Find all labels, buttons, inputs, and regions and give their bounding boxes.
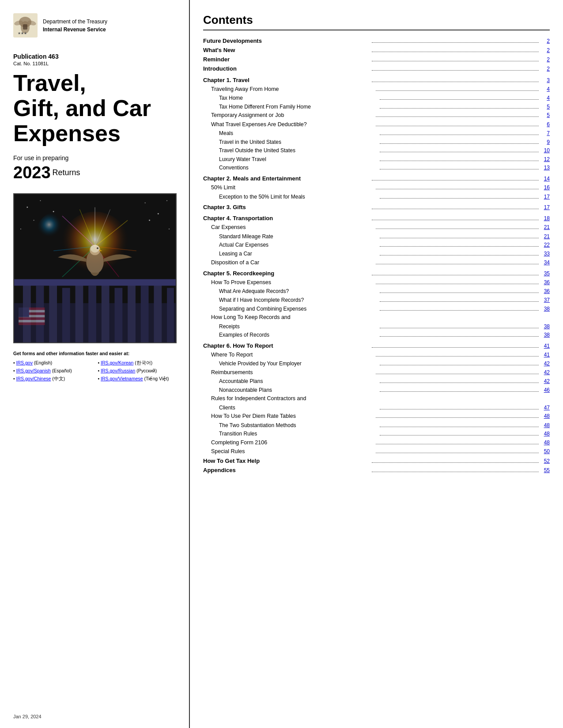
toc-page[interactable]: 7 [540, 129, 550, 138]
toc-page[interactable]: 21 [540, 223, 550, 232]
toc-entry[interactable]: Travel in the United States9 [203, 138, 550, 146]
toc-entry[interactable]: Temporary Assignment or Job5 [203, 111, 550, 120]
toc-entry[interactable]: Chapter 2. Meals and Entertainment14 [203, 173, 550, 183]
toc-entry[interactable]: Reminder2 [203, 55, 550, 64]
toc-page[interactable]: 42 [540, 360, 550, 368]
toc-page[interactable]: 5 [540, 111, 550, 120]
toc-page[interactable]: 41 [540, 351, 550, 359]
toc-page[interactable]: 55 [540, 466, 550, 475]
toc-page[interactable]: 21 [540, 233, 550, 241]
toc-page[interactable]: 36 [540, 287, 550, 296]
toc-page[interactable]: 42 [540, 377, 550, 386]
toc-entry[interactable]: Introduction2 [203, 64, 550, 73]
toc-page[interactable]: 5 [540, 103, 550, 111]
toc-entry[interactable]: Transition Rules48 [203, 430, 550, 438]
toc-entry[interactable]: The Two Substantiation Methods48 [203, 421, 550, 430]
toc-page[interactable]: 36 [540, 278, 550, 287]
toc-page[interactable]: 16 [540, 184, 550, 192]
toc-page[interactable]: 42 [540, 368, 550, 377]
toc-entry[interactable]: Luxury Water Travel12 [203, 155, 550, 164]
toc-entry[interactable]: Chapter 5. Recordkeeping35 [203, 267, 550, 278]
website-link-5[interactable]: • IRS.gov/Chinese (中文) [13, 375, 94, 383]
toc-entry[interactable]: How To Prove Expenses36 [203, 278, 550, 287]
toc-page[interactable]: 10 [540, 146, 550, 155]
toc-entry[interactable]: 50% Limit16 [203, 184, 550, 192]
toc-entry[interactable]: Future Developments2 [203, 37, 550, 45]
toc-entry[interactable]: Special Rules50 [203, 447, 550, 456]
toc-entry[interactable]: Exception to the 50% Limit for Meals17 [203, 193, 550, 201]
toc-entry[interactable]: Car Expenses21 [203, 223, 550, 232]
toc-page[interactable]: 12 [540, 155, 550, 164]
toc-entry[interactable]: Nonaccountable Plans46 [203, 386, 550, 394]
toc-page[interactable]: 2 [540, 37, 550, 45]
toc-entry[interactable]: Chapter 4. Transportation18 [203, 212, 550, 223]
toc-page[interactable]: 48 [540, 430, 550, 438]
toc-page[interactable]: 48 [540, 421, 550, 430]
toc-entry[interactable]: Leasing a Car33 [203, 250, 550, 258]
toc-page[interactable]: 46 [540, 386, 550, 394]
toc-entry[interactable]: What's New2 [203, 46, 550, 55]
toc-entry[interactable]: Standard Mileage Rate21 [203, 233, 550, 241]
toc-entry[interactable]: Travel Outside the United States10 [203, 146, 550, 155]
toc-entry[interactable]: Clients47 [203, 404, 550, 412]
toc-entry[interactable]: What Travel Expenses Are Deductible?6 [203, 120, 550, 129]
toc-entry[interactable]: How Long To Keep Records and [203, 313, 550, 322]
toc-page[interactable]: 17 [540, 203, 550, 212]
toc-page[interactable]: 38 [540, 323, 550, 331]
toc-entry[interactable]: Tax Home Different From Family Home5 [203, 103, 550, 111]
toc-entry[interactable]: Traveling Away From Home4 [203, 85, 550, 94]
toc-page[interactable]: 48 [540, 412, 550, 420]
toc-page[interactable]: 2 [540, 65, 550, 73]
toc-entry[interactable]: Examples of Records38 [203, 331, 550, 339]
toc-page[interactable]: 41 [540, 342, 550, 350]
toc-page[interactable]: 3 [540, 76, 550, 85]
toc-page[interactable]: 33 [540, 250, 550, 258]
toc-page[interactable]: 38 [540, 331, 550, 339]
toc-page[interactable]: 17 [540, 193, 550, 201]
toc-entry[interactable]: Rules for Independent Contractors and [203, 394, 550, 403]
toc-page[interactable]: 38 [540, 305, 550, 313]
toc-entry[interactable]: Vehicle Provided by Your Employer42 [203, 360, 550, 368]
website-link-1[interactable]: • IRS.gov (English) [13, 359, 94, 367]
toc-entry[interactable]: Separating and Combining Expenses38 [203, 305, 550, 313]
toc-entry[interactable]: Where To Report41 [203, 351, 550, 359]
toc-entry[interactable]: Accountable Plans42 [203, 377, 550, 386]
toc-page[interactable]: 9 [540, 138, 550, 146]
toc-entry[interactable]: Appendices55 [203, 466, 550, 475]
toc-entry[interactable]: Chapter 1. Travel3 [203, 74, 550, 85]
toc-entry[interactable]: Tax Home4 [203, 94, 550, 102]
toc-page[interactable]: 18 [540, 214, 550, 223]
website-link-2[interactable]: • IRS.gov/Korean (한국어) [98, 359, 178, 367]
toc-page[interactable]: 2 [540, 46, 550, 55]
toc-entry[interactable]: How To Get Tax Help52 [203, 457, 550, 465]
toc-entry[interactable]: Disposition of a Car34 [203, 259, 550, 267]
toc-page[interactable]: 13 [540, 164, 550, 172]
website-link-6[interactable]: • IRS.gov/Vietnamese (Tiếng Việt) [98, 375, 178, 383]
toc-page[interactable]: 47 [540, 404, 550, 412]
toc-page[interactable]: 4 [540, 85, 550, 94]
toc-entry[interactable]: Completing Form 210648 [203, 439, 550, 447]
toc-page[interactable]: 35 [540, 270, 550, 278]
website-link-3[interactable]: • IRS.gov/Spanish (Español) [13, 367, 94, 375]
website-link-4[interactable]: • IRS.gov/Russian (Русский) [98, 367, 178, 375]
toc-entry[interactable]: Reimbursements42 [203, 368, 550, 377]
toc-page[interactable]: 48 [540, 439, 550, 447]
toc-page[interactable]: 37 [540, 296, 550, 304]
toc-entry[interactable]: Chapter 3. Gifts17 [203, 201, 550, 212]
toc-page[interactable]: 4 [540, 94, 550, 102]
toc-page[interactable]: 14 [540, 175, 550, 183]
toc-page[interactable]: 6 [540, 120, 550, 129]
toc-page[interactable]: 52 [540, 457, 550, 465]
toc-entry[interactable]: Actual Car Expenses22 [203, 241, 550, 249]
toc-page[interactable]: 22 [540, 241, 550, 249]
toc-entry[interactable]: Conventions13 [203, 164, 550, 172]
toc-entry[interactable]: Meals7 [203, 129, 550, 138]
toc-entry[interactable]: What Are Adequate Records?36 [203, 287, 550, 296]
toc-entry[interactable]: Chapter 6. How To Report41 [203, 340, 550, 350]
toc-page[interactable]: 2 [540, 56, 550, 64]
toc-entry[interactable]: How To Use Per Diem Rate Tables48 [203, 412, 550, 420]
toc-page[interactable]: 34 [540, 259, 550, 267]
toc-page[interactable]: 50 [540, 447, 550, 456]
toc-entry[interactable]: Receipts38 [203, 323, 550, 331]
toc-entry[interactable]: What if I Have Incomplete Records?37 [203, 296, 550, 304]
